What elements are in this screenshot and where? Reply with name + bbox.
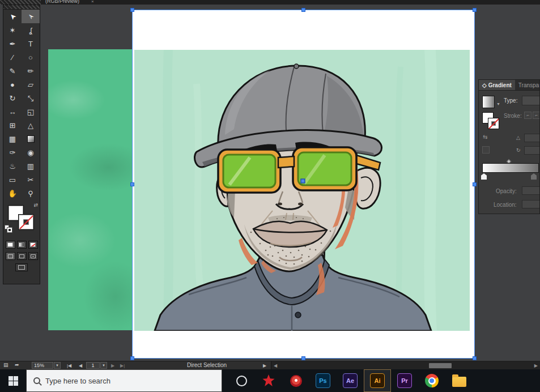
location-input[interactable] — [522, 200, 540, 208]
tools-panel-grip[interactable] — [3, 5, 40, 10]
selection-handle-nw[interactable] — [130, 8, 134, 12]
eraser-tool[interactable]: ▱ — [22, 78, 40, 91]
gradient-stop-left[interactable] — [481, 173, 487, 180]
draw-normal-button[interactable] — [6, 252, 15, 260]
prev-artboard-button[interactable]: ◀ — [79, 363, 82, 368]
gradient-swatch-dropdown-icon[interactable]: ▼ — [496, 102, 500, 106]
green-backdrop-object[interactable] — [48, 49, 132, 330]
after-effects-button[interactable]: Ae — [337, 369, 364, 392]
selection-handle-ne[interactable] — [473, 8, 477, 12]
selection-handle-s[interactable] — [301, 356, 305, 360]
none-button[interactable] — [28, 241, 38, 249]
gradient-annotator-button[interactable] — [482, 146, 490, 154]
hand-tool[interactable]: ✋ — [3, 186, 22, 200]
portrait-illustration[interactable] — [134, 50, 470, 331]
selection-handle-se[interactable] — [473, 356, 477, 360]
zoom-dropdown-icon[interactable]: ▼ — [54, 362, 61, 369]
slice-tool[interactable]: ✂ — [22, 173, 40, 186]
artboard-tool[interactable]: ▭ — [3, 173, 22, 186]
close-icon[interactable]: × — [91, 0, 94, 4]
blob-brush-tool[interactable]: ● — [3, 78, 22, 91]
line-segment-tool[interactable]: ∕ — [3, 50, 22, 64]
symbol-sprayer-tool[interactable]: ♨ — [3, 159, 22, 173]
direct-selection-tool[interactable]: ➢ — [22, 10, 40, 23]
opacity-input[interactable] — [522, 186, 540, 195]
scale-tool[interactable]: ⤡ — [22, 91, 40, 105]
tab-gradient[interactable]: ◇ Gradient — [479, 80, 515, 90]
next-artboard-button[interactable]: ▶ — [111, 363, 114, 368]
start-button[interactable] — [0, 369, 26, 392]
gradient-button[interactable] — [17, 241, 27, 249]
pencil-tool[interactable]: ✏ — [22, 64, 40, 78]
blend-tool[interactable]: ◉ — [22, 146, 40, 159]
magic-wand-tool[interactable]: ✶ — [3, 23, 22, 37]
tab-transparency[interactable]: Transpare — [515, 80, 539, 90]
selection-tool[interactable]: ➤ — [3, 10, 22, 23]
paintbrush-tool[interactable]: ✎ — [3, 64, 22, 78]
selection-handle-w[interactable] — [130, 182, 134, 186]
scroll-right-icon[interactable]: ▶ — [534, 363, 538, 368]
artboard[interactable] — [132, 10, 475, 359]
draw-inside-button[interactable] — [28, 252, 38, 260]
gradient-aspect-input[interactable] — [524, 146, 540, 155]
mesh-tool[interactable]: ▦ — [3, 132, 22, 146]
pen-tool[interactable]: ✒ — [3, 37, 22, 50]
width-tool[interactable]: ↔ — [3, 105, 22, 118]
canvas-pasteboard[interactable] — [0, 5, 540, 361]
gradient-type-dropdown[interactable] — [522, 96, 540, 105]
stroke-gradient-btn-2[interactable]: ⌐ — [533, 112, 540, 119]
ellipse-tool[interactable]: ○ — [22, 50, 40, 64]
cortana-button[interactable] — [228, 369, 255, 392]
panel-stroke-proxy[interactable] — [488, 118, 499, 129]
stroke-gradient-btn-1[interactable]: ⌐ — [524, 112, 532, 119]
first-artboard-button[interactable]: |◀ — [67, 363, 71, 368]
swap-fill-stroke-icon[interactable]: ⇄ — [33, 202, 38, 208]
artboard-dropdown-icon[interactable]: ▼ — [100, 362, 107, 369]
color-button[interactable] — [6, 241, 15, 249]
gradient-tool[interactable] — [22, 132, 40, 146]
gradient-angle-input[interactable] — [524, 134, 540, 142]
eyedropper-tool[interactable]: ✑ — [3, 146, 22, 159]
document-info-icon[interactable]: ▤ — [3, 362, 8, 368]
free-transform-tool[interactable]: ◱ — [22, 105, 40, 118]
artboard-number-field[interactable]: 1 — [86, 362, 100, 369]
last-artboard-button[interactable]: ▶| — [120, 363, 125, 368]
chrome-button[interactable] — [418, 369, 445, 392]
photoshop-button[interactable]: Ps — [309, 369, 337, 392]
taskbar-search[interactable] — [26, 369, 222, 392]
gradient-stop-right[interactable] — [531, 173, 537, 180]
panel-grip[interactable] — [0, 0, 41, 5]
none-slash-icon — [19, 215, 33, 229]
reverse-gradient-icon[interactable]: ⇆ — [483, 134, 487, 140]
red-app-2-button[interactable] — [282, 369, 309, 392]
status-expander-icon[interactable]: ▶ — [263, 363, 266, 368]
sunglasses[interactable] — [218, 147, 380, 193]
zoom-level-field[interactable]: 15% — [32, 362, 53, 369]
column-graph-tool[interactable]: ▥ — [22, 159, 40, 173]
export-icon[interactable]: ➦ — [15, 362, 19, 368]
selected-anchor-point[interactable] — [301, 179, 305, 183]
illustrator-button[interactable]: Ai — [364, 369, 391, 392]
red-app-1-button[interactable] — [255, 369, 282, 392]
selection-handle-n[interactable] — [301, 8, 305, 12]
shape-builder-tool[interactable]: ⊞ — [3, 118, 22, 132]
premiere-button[interactable]: Pr — [391, 369, 418, 392]
search-input[interactable] — [45, 377, 198, 385]
screen-mode-button[interactable] — [15, 263, 28, 271]
selection-handle-e[interactable] — [473, 182, 477, 186]
scroll-left-icon[interactable]: ◀ — [274, 363, 277, 368]
lasso-tool[interactable]: ʆ — [22, 23, 40, 37]
type-tool[interactable]: T — [22, 37, 40, 50]
scrollbar-thumb[interactable] — [429, 363, 452, 368]
selection-handle-sw[interactable] — [130, 356, 134, 360]
zoom-tool[interactable]: ⚲ — [22, 186, 40, 200]
gradient-swatch[interactable] — [482, 96, 495, 108]
file-explorer-button[interactable] — [445, 369, 473, 392]
rotate-tool[interactable]: ↻ — [3, 91, 22, 105]
stroke-swatch[interactable] — [19, 215, 33, 229]
draw-behind-button[interactable] — [17, 252, 27, 260]
perspective-grid-tool[interactable]: △ — [22, 118, 40, 132]
default-fill-stroke-icon[interactable] — [5, 225, 12, 232]
gradient-slider-bar[interactable] — [482, 163, 539, 173]
horizontal-scrollbar[interactable]: ◀ ▶ — [271, 361, 540, 370]
